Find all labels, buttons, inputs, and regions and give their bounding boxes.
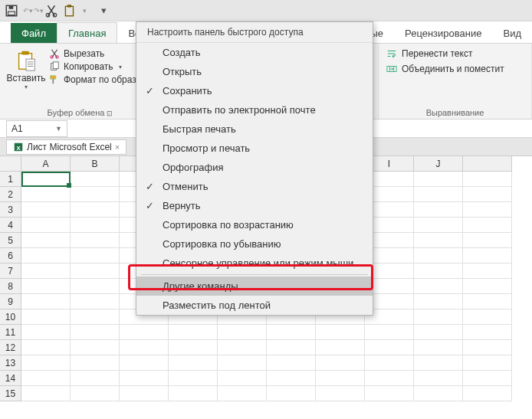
cell[interactable] (21, 172, 71, 187)
cell[interactable] (21, 340, 71, 355)
cell[interactable] (218, 340, 267, 355)
cell[interactable] (316, 325, 365, 340)
redo-icon[interactable]: ↷▾ (34, 7, 40, 15)
cell[interactable] (71, 202, 120, 218)
cell[interactable] (316, 371, 365, 386)
cell[interactable] (21, 233, 71, 248)
cell[interactable] (21, 187, 71, 202)
cell[interactable] (71, 233, 120, 248)
column-header[interactable] (463, 156, 512, 172)
cell[interactable] (463, 264, 512, 279)
cell[interactable] (414, 218, 463, 233)
row-header[interactable]: 1 (0, 172, 21, 187)
row-header[interactable]: 6 (0, 248, 21, 264)
cell[interactable] (218, 355, 267, 371)
close-icon[interactable]: × (115, 142, 120, 152)
menu-item[interactable]: Сенсорное управление или режим мыши (136, 254, 373, 273)
cell[interactable] (365, 355, 414, 371)
cell[interactable] (267, 355, 316, 371)
merge-button[interactable]: Объединить и поместит (386, 64, 524, 74)
cell[interactable] (21, 202, 71, 218)
cell[interactable] (414, 202, 463, 218)
copy-button[interactable]: Копировать▾ (49, 61, 136, 72)
row-header[interactable]: 11 (0, 325, 21, 340)
cell[interactable] (463, 202, 512, 218)
cell[interactable] (414, 325, 463, 340)
tab-file[interactable]: Файл (11, 23, 57, 43)
save-icon[interactable] (5, 4, 18, 18)
menu-item[interactable]: Просмотр и печать (136, 139, 373, 158)
tab-view[interactable]: Вид (492, 23, 532, 43)
paste-button[interactable]: Вставить ▾ (8, 48, 44, 90)
column-header[interactable]: J (414, 156, 463, 172)
cell[interactable] (120, 355, 169, 371)
menu-item[interactable]: Быстрая печать (136, 119, 373, 139)
menu-item[interactable]: Орфография (136, 158, 373, 177)
cell[interactable] (463, 340, 512, 355)
cell[interactable] (365, 340, 414, 355)
select-all-corner[interactable] (0, 156, 21, 172)
cut-button[interactable]: Вырезать (49, 48, 136, 59)
cell[interactable] (169, 355, 218, 371)
row-header[interactable]: 10 (0, 309, 21, 325)
cell[interactable] (365, 386, 414, 401)
tab-home[interactable]: Главная (57, 22, 117, 43)
cell[interactable] (463, 248, 512, 264)
cell[interactable] (463, 187, 512, 202)
menu-item[interactable]: Создать (136, 43, 373, 62)
cell[interactable] (316, 355, 365, 371)
cell[interactable] (365, 325, 414, 340)
cell[interactable] (316, 386, 365, 401)
cell[interactable] (120, 386, 169, 401)
paste-dropdown-icon[interactable]: ▾ (81, 7, 87, 15)
cell[interactable] (21, 264, 71, 279)
cell[interactable] (21, 248, 71, 264)
cell[interactable] (21, 325, 71, 340)
cell[interactable] (414, 309, 463, 325)
cell[interactable] (21, 309, 71, 325)
cell[interactable] (316, 340, 365, 355)
cell[interactable] (71, 279, 120, 294)
column-header[interactable]: B (71, 156, 120, 172)
menu-item[interactable]: Вернуть (136, 196, 373, 215)
cell[interactable] (463, 218, 512, 233)
cell[interactable] (21, 355, 71, 371)
cell[interactable] (414, 294, 463, 309)
cut-icon[interactable] (44, 4, 58, 18)
cell[interactable] (21, 386, 71, 401)
cell[interactable] (463, 172, 512, 187)
row-header[interactable]: 2 (0, 187, 21, 202)
cell[interactable] (71, 371, 120, 386)
cell[interactable] (169, 371, 218, 386)
cell[interactable] (414, 340, 463, 355)
row-header[interactable]: 5 (0, 233, 21, 248)
undo-icon[interactable]: ↶▾ (23, 7, 29, 15)
row-header[interactable]: 4 (0, 218, 21, 233)
menu-item[interactable]: Отменить (136, 177, 373, 196)
cell[interactable] (414, 172, 463, 187)
row-header[interactable]: 9 (0, 294, 21, 309)
cell[interactable] (267, 386, 316, 401)
column-header[interactable]: A (21, 156, 71, 172)
row-header[interactable]: 8 (0, 279, 21, 294)
cell[interactable] (267, 325, 316, 340)
row-header[interactable]: 14 (0, 371, 21, 386)
cell[interactable] (463, 294, 512, 309)
cell[interactable] (463, 325, 512, 340)
cell[interactable] (71, 172, 120, 187)
cell[interactable] (21, 279, 71, 294)
workbook-tab[interactable]: X Лист Microsoft Excel × (6, 139, 126, 155)
cell[interactable] (218, 371, 267, 386)
cell[interactable] (463, 371, 512, 386)
menu-item[interactable]: Отправить по электронной почте (136, 100, 373, 119)
cell[interactable] (414, 187, 463, 202)
cell[interactable] (71, 218, 120, 233)
cell[interactable] (71, 294, 120, 309)
cell[interactable] (414, 371, 463, 386)
cell[interactable] (267, 340, 316, 355)
cell[interactable] (71, 386, 120, 401)
cell[interactable] (463, 279, 512, 294)
cell[interactable] (21, 218, 71, 233)
menu-item[interactable]: Открыть (136, 62, 373, 81)
cell[interactable] (169, 325, 218, 340)
